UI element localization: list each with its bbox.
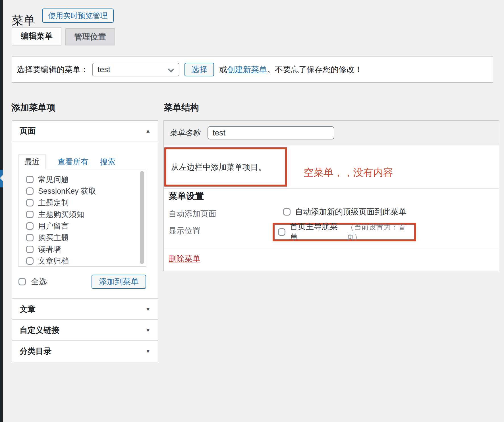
page-item-label: 用户留言	[38, 221, 69, 231]
scrollbar-thumb[interactable]	[140, 171, 144, 264]
create-new-menu-link[interactable]: 创建新菜单	[227, 65, 267, 74]
list-item: 主题购买须知	[26, 208, 146, 220]
select-all-control: 全选	[18, 276, 47, 287]
list-item: 常见问题	[26, 174, 146, 185]
list-item: 主题定制	[26, 197, 146, 208]
live-preview-button[interactable]: 使用实时预览管理	[42, 9, 114, 23]
auto-add-option-label: 自动添加新的顶级页面到此菜单	[295, 206, 406, 217]
page-title: 菜单	[11, 12, 35, 28]
menu-name-input[interactable]	[208, 126, 334, 139]
page-checkbox[interactable]	[26, 246, 34, 253]
menu-structure-panel: 菜单名称 从左边栏中添加菜单项目。 空菜单，，没有内容 菜单设置 自动添加页面 …	[163, 120, 499, 271]
page-checkbox[interactable]	[26, 187, 34, 195]
annotation-box-empty-menu: 从左边栏中添加菜单项目。	[164, 147, 287, 187]
auto-add-option: 自动添加新的顶级页面到此菜单	[283, 206, 406, 217]
menu-name-row: 菜单名称	[164, 121, 499, 145]
pages-section-body: 最近 查看所有 搜索 常见问题 SessionKey 获取 主题定制 主题购买须…	[12, 141, 158, 298]
page-checkbox[interactable]	[26, 222, 34, 230]
chevron-down-icon	[168, 66, 174, 72]
menu-name-label: 菜单名称	[169, 128, 200, 138]
accordion-section-categories[interactable]: 分类目录 ▼	[12, 340, 158, 362]
annotation-box-display-location: 首页主导航菜单 （当前设置为：首页）	[273, 223, 416, 241]
auto-add-pages-label: 自动添加页面	[169, 208, 216, 219]
collapse-triangle-icon: ▲	[145, 128, 151, 134]
red-annotation-text: 空菜单，，没有内容	[304, 166, 393, 179]
menus-admin-page: 菜单 使用实时预览管理 编辑菜单 管理位置 选择要编辑的菜单： test 选择 …	[0, 0, 504, 422]
page-checkbox[interactable]	[26, 257, 34, 265]
expand-triangle-icon: ▼	[145, 348, 151, 354]
admin-sidebar-strip	[0, 0, 3, 422]
accordion-section-posts[interactable]: 文章 ▼	[12, 298, 158, 319]
display-location-option-label: 首页主导航菜单	[290, 221, 341, 243]
accordion-section-custom-links[interactable]: 自定义链接 ▼	[12, 319, 158, 340]
add-menu-items-heading: 添加菜单项	[11, 102, 55, 114]
select-button[interactable]: 选择	[184, 63, 214, 76]
select-all-checkbox[interactable]	[18, 278, 26, 285]
list-item: 购买主题	[26, 232, 146, 243]
custom-links-section-title: 自定义链接	[20, 325, 59, 336]
list-item: SessionKey 获取	[26, 185, 146, 197]
tab-most-recent[interactable]: 最近	[18, 154, 46, 169]
tab-search[interactable]: 搜索	[100, 155, 115, 169]
empty-menu-hint: 从左边栏中添加菜单项目。	[166, 149, 285, 173]
expand-triangle-icon: ▼	[145, 327, 151, 333]
create-menu-hint: 或创建新菜单。不要忘了保存您的修改！	[219, 64, 362, 75]
page-item-label: 主题定制	[38, 198, 69, 208]
list-item: 文章归档	[26, 255, 146, 267]
menu-structure-heading: 菜单结构	[164, 102, 199, 114]
page-item-label: 购买主题	[38, 233, 69, 243]
page-item-label: 主题购买须知	[38, 209, 84, 220]
menu-settings-heading: 菜单设置	[169, 190, 204, 202]
posts-section-title: 文章	[20, 304, 36, 315]
page-checkbox[interactable]	[26, 234, 34, 241]
delete-menu-link[interactable]: 删除菜单	[169, 253, 200, 264]
pages-actions-row: 全选 添加到菜单	[18, 275, 146, 289]
list-item: 读者墙	[26, 243, 146, 255]
page-checkbox[interactable]	[26, 211, 34, 218]
tab-view-all[interactable]: 查看所有	[58, 155, 88, 169]
menu-structure-body: 从左边栏中添加菜单项目。 空菜单，，没有内容 菜单设置 自动添加页面 自动添加新…	[164, 145, 499, 271]
page-checkbox[interactable]	[26, 176, 34, 183]
page-item-label: 读者墙	[38, 244, 61, 254]
accordion-section-pages[interactable]: 页面 ▲	[12, 121, 158, 141]
tab-edit-menus[interactable]: 编辑菜单	[12, 27, 61, 45]
pages-section-title: 页面	[20, 126, 36, 136]
top-tabs: 编辑菜单 管理位置	[12, 27, 115, 45]
footer-divider	[164, 249, 499, 249]
add-to-menu-button[interactable]: 添加到菜单	[92, 275, 146, 289]
auto-add-checkbox[interactable]	[283, 208, 291, 216]
pages-inner-tabs: 最近 查看所有 搜索	[18, 154, 146, 169]
page-item-label: SessionKey 获取	[38, 186, 96, 196]
list-item: 用户留言	[26, 220, 146, 232]
menu-select-value: test	[98, 65, 110, 74]
current-setting-text: （当前设置为：首页）	[347, 222, 414, 242]
categories-section-title: 分类目录	[20, 346, 51, 357]
select-menu-label: 选择要编辑的菜单：	[17, 64, 88, 75]
settings-divider	[164, 188, 499, 189]
select-all-label: 全选	[31, 276, 47, 287]
page-checkbox[interactable]	[26, 199, 34, 206]
manage-menus-bar: 选择要编辑的菜单： test 选择 或创建新菜单。不要忘了保存您的修改！	[12, 57, 493, 83]
pages-checklist-box: 常见问题 SessionKey 获取 主题定制 主题购买须知 用户留言 购买主题…	[18, 169, 146, 267]
add-menu-items-panel: 页面 ▲ 最近 查看所有 搜索 常见问题 SessionKey 获取 主题定制 …	[12, 120, 158, 362]
menu-select-dropdown[interactable]: test	[92, 63, 179, 76]
pages-checklist: 常见问题 SessionKey 获取 主题定制 主题购买须知 用户留言 购买主题…	[19, 169, 146, 267]
page-item-label: 常见问题	[38, 174, 69, 185]
tab-manage-locations[interactable]: 管理位置	[65, 28, 115, 45]
or-text: 或	[219, 65, 227, 74]
save-reminder-text: 。不要忘了保存您的修改！	[267, 65, 362, 74]
display-location-checkbox[interactable]	[278, 228, 285, 236]
active-item-arrow-icon	[0, 174, 4, 183]
page-item-label: 文章归档	[38, 256, 69, 266]
display-location-label: 显示位置	[169, 225, 200, 236]
expand-triangle-icon: ▼	[145, 306, 151, 312]
